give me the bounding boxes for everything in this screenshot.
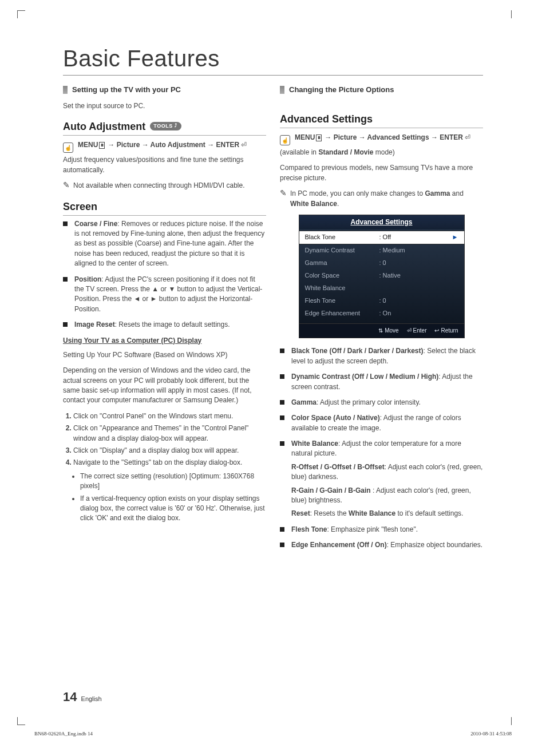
pc-display-subheading: Using Your TV as a Computer (PC) Display bbox=[63, 336, 266, 346]
body-text: Depending on the version of Windows and … bbox=[63, 366, 266, 406]
crop-mark bbox=[511, 10, 512, 18]
item-text: : Resets the bbox=[310, 509, 349, 517]
setup-sub-bullets: The correct size setting (resolution) [O… bbox=[63, 472, 266, 524]
text-bold: White Balance bbox=[290, 200, 337, 208]
osd-value: : On bbox=[379, 309, 391, 318]
osd-value: : Off bbox=[379, 233, 391, 242]
tools-pill-icon: TOOLS bbox=[150, 122, 181, 130]
list-item: Click on "Appearance and Themes" in the … bbox=[73, 423, 266, 444]
body-text: (available in Standard / Movie mode) bbox=[280, 148, 483, 157]
item-label: Gamma bbox=[291, 398, 316, 406]
osd-row[interactable]: Flesh Tone: 0 bbox=[299, 295, 464, 307]
osd-row[interactable]: Dynamic Contrast: Medium bbox=[299, 244, 464, 257]
list-item: Navigate to the "Settings" tab on the di… bbox=[73, 458, 266, 468]
list-item: Dynamic Contrast (Off / Low / Medium / H… bbox=[280, 372, 483, 392]
list-item: Image Reset: Resets the image to default… bbox=[63, 320, 266, 330]
list-item: Flesh Tone: Emphasize pink "flesh tone". bbox=[280, 525, 483, 535]
wb-sub: Reset: Resets the White Balance to it's … bbox=[291, 509, 483, 518]
text: In PC mode, you can only make changes to bbox=[290, 189, 425, 197]
crop-mark bbox=[17, 10, 25, 18]
item-label: Reset bbox=[291, 509, 310, 517]
osd-hint-return: Return bbox=[434, 327, 458, 335]
page-number: 14 bbox=[63, 690, 77, 704]
text: (available in bbox=[280, 148, 318, 156]
item-text: : Resets the image to default settings. bbox=[115, 320, 230, 328]
item-label: Black Tone (Off / Dark / Darker / Darkes… bbox=[291, 347, 424, 355]
menu-grid-icon: III bbox=[316, 134, 322, 141]
enter-icon bbox=[463, 133, 470, 141]
menu-path-advanced-settings: MENUIII → Picture → Advanced Settings → … bbox=[280, 133, 483, 143]
osd-row[interactable]: Gamma: 0 bbox=[299, 257, 464, 270]
osd-value: : 0 bbox=[379, 296, 386, 306]
osd-key: Dynamic Contrast bbox=[305, 246, 379, 255]
list-item: Click on "Control Panel" on the Windows … bbox=[73, 411, 266, 421]
list-item: White Balance: Adjust the color temperat… bbox=[280, 439, 483, 519]
osd-key: White Balance bbox=[305, 284, 379, 293]
subhead-label: Auto Adjustment bbox=[63, 119, 145, 134]
text: . bbox=[337, 200, 339, 208]
setup-steps: Click on "Control Panel" on the Windows … bbox=[63, 411, 266, 468]
chevron-right-icon: ► bbox=[452, 233, 458, 242]
body-text: Setting Up Your PC Software (Based on Wi… bbox=[63, 350, 266, 360]
menu-grid-icon: III bbox=[99, 142, 105, 149]
item-label: Edge Enhancement (Off / On) bbox=[291, 541, 387, 549]
auto-adjustment-heading: Auto Adjustment TOOLS bbox=[63, 119, 266, 136]
screen-items: Coarse / Fine: Removes or reduces pictur… bbox=[63, 219, 266, 330]
item-text: : Adjust the primary color intensity. bbox=[316, 398, 421, 406]
print-id: BN68-02620A_Eng.indb 14 bbox=[34, 731, 93, 737]
item-label: Image Reset bbox=[74, 320, 115, 328]
list-item: Gamma: Adjust the primary color intensit… bbox=[280, 398, 483, 407]
osd-value: : 0 bbox=[379, 259, 386, 268]
body-text: Set the input source to PC. bbox=[63, 101, 266, 111]
osd-row[interactable]: White Balance bbox=[299, 282, 464, 295]
title-rule bbox=[63, 75, 483, 76]
osd-footer: Move Enter Return bbox=[299, 323, 464, 338]
osd-key: Gamma bbox=[305, 259, 379, 268]
section-marker-icon bbox=[280, 86, 284, 94]
right-column: Changing the Picture Options Advanced Se… bbox=[280, 82, 483, 556]
crop-mark bbox=[17, 717, 25, 725]
osd-row-selected[interactable]: Black Tone : Off ► bbox=[299, 231, 464, 244]
note-hand-icon: ✎ bbox=[63, 181, 70, 191]
item-text: : Emphasize object boundaries. bbox=[387, 541, 482, 549]
list-item: If a vertical-frequency option exists on… bbox=[80, 494, 266, 524]
list-item: Black Tone (Off / Dark / Darker / Darkes… bbox=[280, 346, 483, 366]
body-text: Adjust frequency values/positions and fi… bbox=[63, 155, 266, 175]
text-bold: Standard / Movie bbox=[318, 148, 373, 156]
osd-body: Black Tone : Off ► Dynamic Contrast: Med… bbox=[299, 229, 464, 323]
section-header-label: Changing the Picture Options bbox=[289, 85, 394, 96]
footer-language: English bbox=[81, 695, 102, 702]
list-item: Coarse / Fine: Removes or reduces pictur… bbox=[63, 219, 266, 269]
item-label: Position bbox=[74, 275, 101, 283]
osd-row[interactable]: Color Space: Native bbox=[299, 270, 464, 282]
screen-heading: Screen bbox=[63, 199, 266, 216]
section-header-pc: Setting up the TV with your PC bbox=[63, 85, 266, 96]
list-item: Click on "Display" and a display dialog … bbox=[73, 446, 266, 456]
osd-value: : Native bbox=[379, 271, 401, 280]
print-timestamp: 2010-08-31 4:53:08 bbox=[470, 731, 512, 737]
osd-key: Edge Enhancement bbox=[305, 309, 379, 318]
section-header-label: Setting up the TV with your PC bbox=[72, 85, 181, 96]
remote-menu-icon bbox=[280, 135, 290, 145]
item-text: : Emphasize pink "flesh tone". bbox=[327, 525, 418, 533]
list-item: Edge Enhancement (Off / On): Emphasize o… bbox=[280, 540, 483, 550]
wb-sub: R-Offset / G-Offset / B-Offset: Adjust e… bbox=[291, 462, 483, 482]
item-label: Dynamic Contrast (Off / Low / Medium / H… bbox=[291, 373, 438, 381]
item-text: to it's default settings. bbox=[395, 509, 463, 517]
note: ✎ Not available when connecting through … bbox=[63, 181, 266, 191]
osd-key: Flesh Tone bbox=[305, 296, 379, 306]
crop-mark bbox=[511, 717, 512, 725]
osd-panel: Advanced Settings Black Tone : Off ► Dyn… bbox=[299, 215, 465, 338]
list-item: Position: Adjust the PC's screen positio… bbox=[63, 275, 266, 315]
item-label: R-Offset / G-Offset / B-Offset bbox=[291, 463, 385, 471]
subhead-label: Advanced Settings bbox=[280, 112, 373, 126]
item-label: White Balance bbox=[291, 440, 338, 448]
osd-hint-move: Move bbox=[378, 327, 398, 335]
osd-key: Black Tone bbox=[305, 233, 379, 242]
list-item: The correct size setting (resolution) [O… bbox=[80, 472, 266, 492]
item-label: R-Gain / G-Gain / B-Gain bbox=[291, 486, 373, 494]
osd-row[interactable]: Edge Enhancement: On bbox=[299, 307, 464, 320]
page-footer: 14 English bbox=[63, 690, 102, 704]
item-label: Color Space (Auto / Native) bbox=[291, 414, 380, 422]
item-text: : Adjust the PC's screen positioning if … bbox=[74, 275, 262, 313]
